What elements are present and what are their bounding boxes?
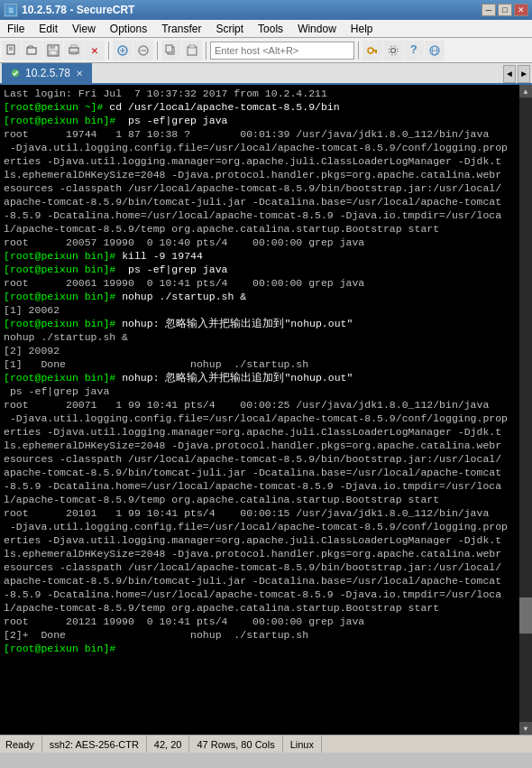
svg-text:S: S bbox=[9, 7, 14, 14]
toolbar-new-icon[interactable] bbox=[2, 41, 22, 60]
svg-rect-20 bbox=[372, 50, 377, 51]
terminal[interactable]: Last login: Fri Jul 7 10:37:32 2017 from… bbox=[0, 85, 532, 735]
toolbar-separator-1 bbox=[108, 42, 109, 60]
menu-options[interactable]: Options bbox=[103, 20, 154, 37]
menu-help[interactable]: Help bbox=[344, 20, 381, 37]
toolbar-print-icon[interactable] bbox=[64, 41, 84, 60]
toolbar-copy-icon[interactable] bbox=[161, 41, 181, 60]
title-bar-buttons: ─ □ ✕ bbox=[482, 4, 528, 16]
minimize-button[interactable]: ─ bbox=[482, 4, 496, 16]
scroll-track[interactable] bbox=[519, 97, 532, 722]
toolbar-separator-2 bbox=[157, 42, 158, 60]
toolbar-separator-4 bbox=[358, 42, 359, 60]
toolbar-connect-icon[interactable] bbox=[113, 41, 133, 60]
status-bar: Ready ssh2: AES-256-CTR 42, 20 47 Rows, … bbox=[0, 735, 532, 753]
menu-edit[interactable]: Edit bbox=[32, 20, 65, 37]
status-ready: Ready bbox=[4, 736, 42, 753]
toolbar-disconnect-icon[interactable] bbox=[133, 41, 153, 60]
menu-window[interactable]: Window bbox=[290, 20, 344, 37]
close-button[interactable]: ✕ bbox=[514, 4, 528, 16]
scroll-down-button[interactable]: ▼ bbox=[519, 722, 532, 735]
svg-rect-21 bbox=[375, 51, 377, 53]
scroll-thumb[interactable] bbox=[519, 597, 532, 634]
svg-rect-9 bbox=[69, 48, 78, 53]
status-dimensions: 47 Rows, 80 Cols bbox=[189, 736, 282, 753]
status-os: Linux bbox=[283, 736, 322, 753]
tab-label: 10.2.5.78 bbox=[25, 67, 70, 79]
restore-button[interactable]: □ bbox=[498, 4, 512, 16]
title-bar-left: S 10.2.5.78 - SecureCRT bbox=[4, 3, 134, 17]
toolbar-key-icon[interactable] bbox=[362, 41, 382, 60]
toolbar-save-icon[interactable] bbox=[43, 41, 63, 60]
toolbar: ✕ ? bbox=[0, 38, 532, 63]
toolbar-separator-3 bbox=[206, 42, 206, 60]
svg-rect-8 bbox=[50, 51, 57, 55]
svg-rect-16 bbox=[166, 45, 172, 52]
toolbar-open-icon[interactable] bbox=[23, 41, 42, 60]
toolbar-globe-icon[interactable] bbox=[425, 41, 445, 60]
status-position: 42, 20 bbox=[147, 736, 190, 753]
toolbar-paste-icon[interactable] bbox=[182, 41, 202, 60]
scrollbar[interactable]: ▲ ▼ bbox=[519, 85, 532, 735]
toolbar-x-icon[interactable]: ✕ bbox=[85, 41, 105, 60]
tab-next-button[interactable]: ► bbox=[518, 65, 530, 83]
tab-prev-button[interactable]: ◄ bbox=[503, 65, 516, 83]
svg-rect-5 bbox=[27, 48, 36, 54]
tab-session[interactable]: 10.2.5.78 ✕ bbox=[2, 63, 92, 83]
svg-point-22 bbox=[391, 48, 396, 52]
menu-transfer[interactable]: Transfer bbox=[154, 20, 208, 37]
window-title: 10.2.5.78 - SecureCRT bbox=[22, 4, 134, 16]
title-bar: S 10.2.5.78 - SecureCRT ─ □ ✕ bbox=[0, 0, 532, 20]
host-input[interactable] bbox=[210, 42, 354, 60]
svg-rect-7 bbox=[50, 45, 55, 49]
menu-view[interactable]: View bbox=[65, 20, 103, 37]
tab-check-icon bbox=[11, 69, 20, 78]
status-encryption: ssh2: AES-256-CTR bbox=[42, 736, 147, 753]
menu-tools[interactable]: Tools bbox=[251, 20, 290, 37]
menu-bar: File Edit View Options Transfer Script T… bbox=[0, 20, 532, 38]
app-icon: S bbox=[4, 3, 18, 17]
svg-rect-18 bbox=[189, 45, 195, 48]
menu-file[interactable]: File bbox=[0, 20, 32, 37]
tab-nav: ◄ ► bbox=[503, 65, 530, 83]
toolbar-settings-icon[interactable] bbox=[383, 41, 403, 60]
terminal-content: Last login: Fri Jul 7 10:37:32 2017 from… bbox=[4, 87, 528, 655]
svg-point-23 bbox=[389, 46, 398, 55]
scroll-up-button[interactable]: ▲ bbox=[519, 85, 532, 97]
menu-script[interactable]: Script bbox=[208, 20, 251, 37]
tab-bar: 10.2.5.78 ✕ ◄ ► bbox=[0, 63, 532, 85]
toolbar-help-icon[interactable]: ? bbox=[404, 41, 424, 60]
tab-close-button[interactable]: ✕ bbox=[76, 69, 83, 79]
